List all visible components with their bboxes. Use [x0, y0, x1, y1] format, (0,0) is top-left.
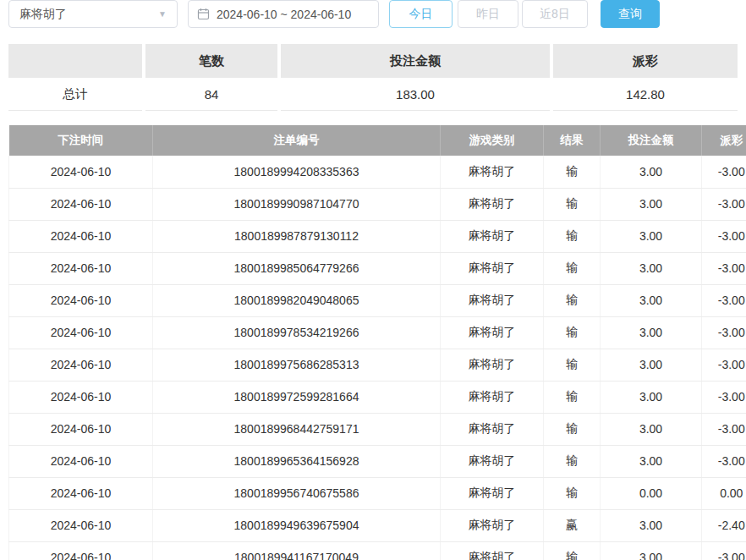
table-row: 2024-06-10 1800189956740675586 麻将胡了 输 0.… [9, 477, 746, 509]
table-row: 2024-06-10 1800189949639675904 麻将胡了 赢 3.… [9, 509, 746, 541]
summary-total-row: 总计 84 183.00 142.80 [8, 78, 738, 111]
order-number-cell: 1800189941167170049 [153, 541, 441, 560]
bet-time-cell: 2024-06-10 [9, 509, 153, 541]
bet-amount-cell: 3.00 [601, 252, 702, 284]
payout-cell: -2.40 [702, 509, 746, 541]
summary-total-label: 总计 [8, 78, 142, 111]
bet-column-header: 投注金额 [601, 125, 702, 156]
payout-cell: -3.00 [702, 381, 746, 413]
payout-cell: -3.00 [702, 349, 746, 381]
payout-cell: -3.00 [702, 156, 746, 188]
order-number-cell: 1800189987879130112 [153, 220, 441, 252]
payout-cell: -3.00 [702, 541, 746, 560]
game-type-cell: 麻将胡了 [441, 188, 544, 220]
today-button[interactable]: 今日 [389, 0, 453, 28]
bet-amount-cell: 0.00 [601, 477, 702, 509]
order-number-cell: 1800189990987104770 [153, 188, 441, 220]
payout-cell: -3.00 [702, 413, 746, 445]
payout-column-header: 派彩 [702, 125, 746, 156]
game-type-cell: 麻将胡了 [441, 284, 544, 316]
table-row: 2024-06-10 1800189968442759171 麻将胡了 输 3.… [9, 413, 746, 445]
order-number-cell: 1800189985064779266 [153, 252, 441, 284]
game-column-header: 游戏类别 [441, 125, 544, 156]
bet-amount-cell: 3.00 [601, 413, 702, 445]
bet-amount-cell: 3.00 [601, 188, 702, 220]
summary-payout-value: 142.80 [553, 78, 738, 111]
order-number-cell: 1800189975686285313 [153, 349, 441, 381]
table-row: 2024-06-10 1800189994208335363 麻将胡了 输 3.… [9, 156, 746, 188]
result-cell: 输 [544, 349, 601, 381]
table-row: 2024-06-10 1800189965364156928 麻将胡了 输 3.… [9, 445, 746, 477]
bet-time-cell: 2024-06-10 [9, 413, 153, 445]
table-row: 2024-06-10 1800189987879130112 麻将胡了 输 3.… [9, 220, 746, 252]
result-cell: 输 [544, 188, 601, 220]
chevron-down-icon: ▼ [158, 9, 167, 19]
bet-table-header: 下注时间 注单编号 游戏类别 结果 投注金额 派彩 [9, 125, 746, 156]
bet-amount-cell: 3.00 [601, 509, 702, 541]
bet-amount-cell: 3.00 [601, 541, 702, 560]
payout-cell: -3.00 [702, 316, 746, 349]
result-column-header: 结果 [544, 125, 601, 156]
payout-cell: -3.00 [702, 284, 746, 316]
date-range-value: 2024-06-10 ~ 2024-06-10 [217, 8, 351, 21]
payout-cell: 0.00 [702, 477, 746, 509]
table-row: 2024-06-10 1800189990987104770 麻将胡了 输 3.… [9, 188, 746, 220]
date-range-input[interactable]: 2024-06-10 ~ 2024-06-10 [188, 0, 379, 28]
game-type-cell: 麻将胡了 [441, 156, 544, 188]
table-row: 2024-06-10 1800189975686285313 麻将胡了 输 3.… [9, 349, 746, 381]
result-cell: 输 [544, 445, 601, 477]
game-type-cell: 麻将胡了 [441, 381, 544, 413]
order-number-cell: 1800189949639675904 [153, 509, 441, 541]
yesterday-button[interactable]: 昨日 [458, 0, 518, 28]
payout-cell: -3.00 [702, 220, 746, 252]
bet-time-cell: 2024-06-10 [9, 252, 153, 284]
order-number-cell: 1800189982049048065 [153, 284, 441, 316]
bet-amount-cell: 3.00 [601, 381, 702, 413]
bet-time-cell: 2024-06-10 [9, 477, 153, 509]
table-row: 2024-06-10 1800189941167170049 麻将胡了 输 3.… [9, 541, 746, 560]
result-cell: 输 [544, 541, 601, 560]
game-select[interactable]: 麻将胡了 ▼ [8, 0, 178, 28]
bet-table-body: 2024-06-10 1800189994208335363 麻将胡了 输 3.… [9, 156, 746, 560]
order-number-cell: 1800189956740675586 [153, 477, 441, 509]
summary-blank-header [8, 44, 142, 78]
bet-time-cell: 2024-06-10 [9, 156, 153, 188]
bet-amount-cell: 3.00 [601, 284, 702, 316]
bet-time-cell: 2024-06-10 [9, 445, 153, 477]
table-row: 2024-06-10 1800189982049048065 麻将胡了 输 3.… [9, 284, 746, 316]
result-cell: 输 [544, 477, 601, 509]
last-8-days-button[interactable]: 近8日 [522, 0, 588, 28]
summary-bet-header: 投注金额 [281, 44, 550, 78]
payout-cell: -3.00 [702, 445, 746, 477]
result-cell: 输 [544, 220, 601, 252]
bet-time-cell: 2024-06-10 [9, 541, 153, 560]
query-button[interactable]: 查询 [601, 0, 660, 28]
table-row: 2024-06-10 1800189978534219266 麻将胡了 输 3.… [9, 316, 746, 349]
result-cell: 输 [544, 252, 601, 284]
table-row: 2024-06-10 1800189972599281664 麻将胡了 输 3.… [9, 381, 746, 413]
time-column-header: 下注时间 [9, 125, 153, 156]
bet-time-cell: 2024-06-10 [9, 188, 153, 220]
summary-bet-value: 183.00 [281, 78, 550, 111]
bet-time-cell: 2024-06-10 [9, 220, 153, 252]
summary-payout-header: 派彩 [553, 44, 738, 78]
bet-amount-cell: 3.00 [601, 445, 702, 477]
bet-amount-cell: 3.00 [601, 349, 702, 381]
order-number-cell: 1800189965364156928 [153, 445, 441, 477]
bet-time-cell: 2024-06-10 [9, 381, 153, 413]
game-type-cell: 麻将胡了 [441, 316, 544, 349]
summary-count-value: 84 [145, 78, 277, 111]
result-cell: 赢 [544, 509, 601, 541]
payout-cell: -3.00 [702, 252, 746, 284]
toolbar: 麻将胡了 ▼ 2024-06-10 ~ 2024-06-10 今日 昨日 近8日… [8, 0, 660, 28]
payout-cell: -3.00 [702, 188, 746, 220]
bet-amount-cell: 3.00 [601, 156, 702, 188]
order-number-cell: 1800189972599281664 [153, 381, 441, 413]
game-type-cell: 麻将胡了 [441, 541, 544, 560]
result-cell: 输 [544, 316, 601, 349]
result-cell: 输 [544, 381, 601, 413]
summary-count-header: 笔数 [145, 44, 277, 78]
summary-table: 笔数 投注金额 派彩 总计 84 183.00 142.80 [8, 44, 738, 111]
order-number-cell: 1800189994208335363 [153, 156, 441, 188]
bet-time-cell: 2024-06-10 [9, 349, 153, 381]
